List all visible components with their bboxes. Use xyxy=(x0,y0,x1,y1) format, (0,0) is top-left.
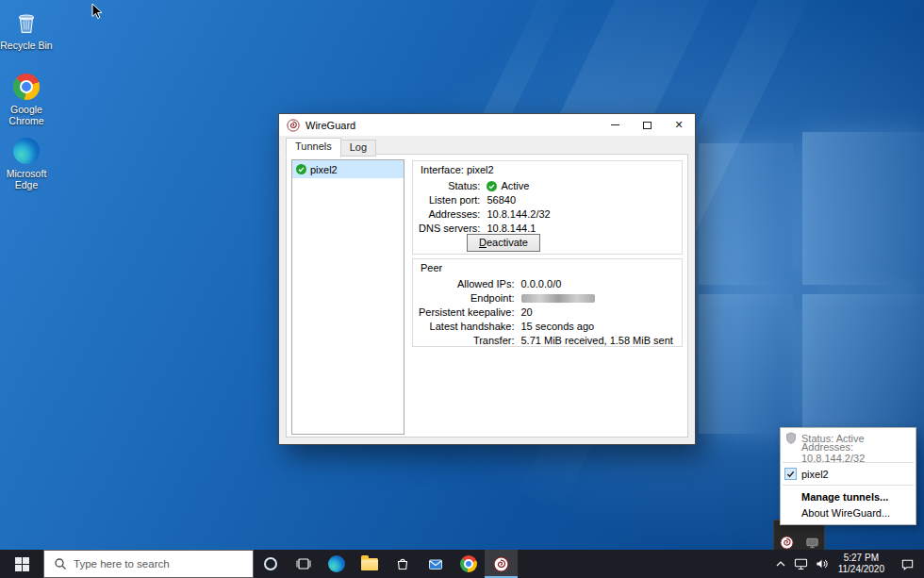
minimize-button[interactable] xyxy=(599,114,631,136)
field-value: Active xyxy=(487,178,550,192)
window-caption-buttons: ✕ xyxy=(599,114,695,136)
mouse-cursor xyxy=(91,3,105,22)
field-label: Addresses: xyxy=(419,206,487,221)
tunnel-list[interactable]: pixel2 xyxy=(291,159,404,435)
status-text: Active xyxy=(501,180,529,191)
field-row-endpoint: Endpoint: xyxy=(419,290,673,305)
tray-network-button[interactable] xyxy=(791,550,812,578)
field-row-allowed-ips: Allowed IPs: 0.0.0.0/0 xyxy=(419,276,673,290)
start-icon xyxy=(15,557,29,571)
wireguard-icon xyxy=(493,556,509,572)
field-value: 0.0.0.0/0 xyxy=(521,276,673,290)
recycle-bin-icon xyxy=(11,8,41,38)
desktop-icon-microsoft-edge[interactable]: Microsoft Edge xyxy=(0,136,57,190)
window-titlebar[interactable]: WireGuard ✕ xyxy=(279,114,695,136)
field-row-listen-port: Listen port: 56840 xyxy=(419,192,551,206)
interface-groupbox: Interface: pixel2 Status: Active xyxy=(412,160,683,255)
taskbar-app-file-explorer[interactable] xyxy=(353,550,386,578)
field-value: 15 seconds ago xyxy=(521,319,673,333)
chrome-icon xyxy=(460,555,477,572)
taskbar: 5:27 PM 11/24/2020 xyxy=(0,550,924,578)
taskbar-app-wireguard[interactable] xyxy=(485,550,518,578)
field-label: Listen port: xyxy=(419,192,487,206)
start-button[interactable] xyxy=(0,550,43,578)
tab-tunnels[interactable]: Tunnels xyxy=(286,138,341,157)
desktop-icon-google-chrome[interactable]: Google Chrome xyxy=(0,72,57,126)
wallpaper-window-pane xyxy=(802,132,924,285)
taskbar-app-mail[interactable] xyxy=(419,550,452,578)
chrome-icon xyxy=(11,72,41,102)
interface-fields: Status: Active Listen port: xyxy=(419,178,551,235)
wireguard-tray-icon[interactable] xyxy=(780,536,794,550)
taskbar-app-chrome[interactable] xyxy=(452,550,485,578)
tray-tunnel-name: pixel2 xyxy=(801,469,829,480)
mail-icon xyxy=(428,558,443,570)
field-row-persistent-keepalive: Persistent keepalive: 20 xyxy=(419,305,673,319)
active-check-icon xyxy=(487,181,497,191)
action-center-button[interactable] xyxy=(890,550,924,578)
wireguard-tray-menu: Status: Active Addresses: 10.8.144.2/32 … xyxy=(780,427,916,525)
search-input[interactable] xyxy=(74,558,251,570)
system-tray: 5:27 PM 11/24/2020 xyxy=(770,550,924,578)
clock-date: 11/24/2020 xyxy=(838,564,884,575)
wireguard-window: WireGuard ✕ Tunnels Log xyxy=(278,113,696,445)
tray-menu-item-pixel2[interactable]: pixel2 xyxy=(781,466,916,482)
tray-menu-item-about-wireguard[interactable]: About WireGuard... xyxy=(781,504,916,520)
field-row-addresses: Addresses: 10.8.144.2/32 xyxy=(419,206,551,221)
tray-addresses-text: Addresses: 10.8.144.2/32 xyxy=(801,441,916,464)
edge-icon xyxy=(328,555,345,572)
tray-show-hidden-icons-button[interactable] xyxy=(770,550,791,578)
field-value xyxy=(521,290,673,305)
edge-icon xyxy=(11,136,41,166)
desktop-icon-label: Microsoft Edge xyxy=(0,168,57,190)
minimize-icon xyxy=(611,124,619,125)
wallpaper-window-pane xyxy=(802,294,924,438)
field-label: DNS servers: xyxy=(419,221,487,235)
field-row-status: Status: Active xyxy=(419,178,551,192)
desktop-icon-recycle-bin[interactable]: Recycle Bin xyxy=(0,8,57,51)
field-value: 56840 xyxy=(487,192,550,206)
tunnel-list-item-pixel2[interactable]: pixel2 xyxy=(292,160,404,178)
field-label: Latest handshake: xyxy=(419,319,521,333)
desktop-icon-label: Recycle Bin xyxy=(0,40,52,51)
deactivate-button[interactable]: Deactivate xyxy=(467,234,540,252)
cortana-button[interactable] xyxy=(254,550,287,578)
task-view-button[interactable] xyxy=(287,550,320,578)
taskbar-search-box[interactable] xyxy=(43,550,254,578)
taskbar-app-store[interactable] xyxy=(386,550,419,578)
field-value: 10.8.144.2/32 xyxy=(487,206,550,221)
field-value: 5.71 MiB received, 1.58 MiB sent xyxy=(521,333,673,347)
checkmark-icon xyxy=(784,468,797,480)
tunnel-name: pixel2 xyxy=(310,164,338,175)
taskbar-clock[interactable]: 5:27 PM 11/24/2020 xyxy=(833,550,890,578)
menu-separator xyxy=(783,485,914,486)
field-row-dns-servers: DNS servers: 10.8.144.1 xyxy=(419,221,551,235)
clock-time: 5:27 PM xyxy=(844,553,879,564)
field-value: 10.8.144.1 xyxy=(487,221,550,235)
tray-menu-addresses: Addresses: 10.8.144.2/32 xyxy=(781,445,916,459)
close-button[interactable]: ✕ xyxy=(663,114,695,136)
peer-groupbox: Peer Allowed IPs: 0.0.0.0/0 Endpoint: Pe… xyxy=(412,258,683,347)
display-icon[interactable] xyxy=(805,536,819,550)
shield-icon xyxy=(785,432,797,444)
speaker-icon xyxy=(815,557,829,570)
interface-groupbox-title: Interface: pixel2 xyxy=(421,164,494,175)
tab-log[interactable]: Log xyxy=(341,140,376,157)
file-explorer-icon xyxy=(361,558,378,570)
taskbar-spacer xyxy=(518,550,770,578)
wallpaper-window-pane xyxy=(699,143,793,285)
maximize-icon xyxy=(643,122,652,129)
peer-fields: Allowed IPs: 0.0.0.0/0 Endpoint: Persist… xyxy=(419,276,673,347)
field-row-transfer: Transfer: 5.71 MiB received, 1.58 MiB se… xyxy=(419,333,673,347)
taskbar-app-edge[interactable] xyxy=(320,550,353,578)
wireguard-logo-icon xyxy=(287,119,300,132)
desktop-icon-label: Google Chrome xyxy=(0,104,57,126)
tunnel-active-check-icon xyxy=(296,164,306,174)
field-row-latest-handshake: Latest handshake: 15 seconds ago xyxy=(419,319,673,333)
tray-volume-button[interactable] xyxy=(812,550,833,578)
maximize-button[interactable] xyxy=(631,114,663,136)
tray-menu-item-manage-tunnels[interactable]: Manage tunnels... xyxy=(781,488,916,504)
cortana-icon xyxy=(264,557,277,570)
task-view-icon xyxy=(295,557,312,570)
network-icon xyxy=(794,557,808,570)
